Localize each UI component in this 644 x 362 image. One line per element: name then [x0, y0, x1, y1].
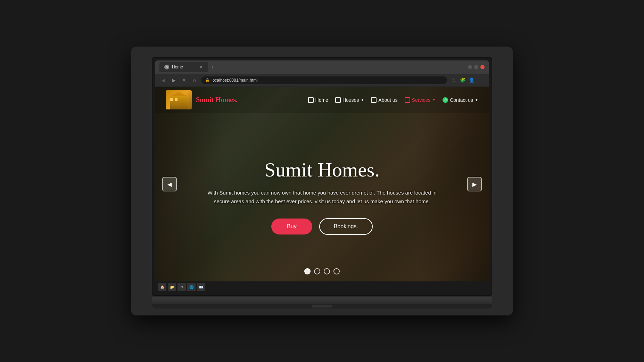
- brand-name: Sumit Homes.: [196, 96, 238, 104]
- minimize-button[interactable]: [468, 65, 472, 69]
- screen-bezel: ⊙ Home ✕ + ◀ ▶ ✕ ⌂ 🔒: [152, 57, 492, 296]
- taskbar-item-2[interactable]: 📁: [168, 283, 176, 291]
- bookings-button[interactable]: Bookings.: [319, 218, 373, 235]
- website-content: Sumit Homes. Home Houses ▼: [155, 87, 489, 281]
- secure-icon: 🔒: [205, 78, 209, 82]
- nav-about-label: About us: [378, 97, 397, 103]
- buy-button[interactable]: Buy: [271, 219, 312, 235]
- new-tab-button[interactable]: +: [208, 63, 216, 71]
- site-navbar: Sumit Homes. Home Houses ▼: [155, 87, 489, 113]
- services-nav-icon: [405, 97, 410, 103]
- browser-window: ⊙ Home ✕ + ◀ ▶ ✕ ⌂ 🔒: [155, 60, 489, 293]
- taskbar-item-4[interactable]: 🌐: [187, 283, 196, 291]
- home-nav-icon: [308, 97, 314, 103]
- logo-building: [170, 96, 188, 109]
- maximize-button[interactable]: [474, 65, 478, 69]
- right-arrow-icon: ▶: [472, 181, 477, 188]
- contact-dropdown-icon: ▼: [475, 98, 478, 102]
- carousel-dot-3[interactable]: [324, 268, 330, 274]
- hero-title: Sumit Homes.: [264, 158, 380, 181]
- browser-addressbar: ◀ ▶ ✕ ⌂ 🔒 localhost:8081/main.html ☆ 🧩 👤…: [155, 74, 489, 87]
- hero-buttons: Buy Bookings.: [271, 218, 373, 235]
- taskbar-item-3[interactable]: ⚙: [177, 283, 186, 291]
- tab-close-button[interactable]: ✕: [198, 65, 203, 69]
- address-bar[interactable]: 🔒 localhost:8081/main.html: [201, 76, 447, 84]
- carousel-dots: [304, 268, 340, 274]
- extensions-icon[interactable]: 🧩: [459, 76, 467, 84]
- taskbar-item-1[interactable]: 🏠: [158, 283, 166, 291]
- logo-window-1: [170, 98, 173, 101]
- menu-icon[interactable]: ⋮: [477, 76, 485, 84]
- browser-titlebar: ⊙ Home ✕ +: [155, 60, 489, 74]
- nav-houses-label: Houses: [342, 97, 359, 103]
- browser-tab-home[interactable]: ⊙ Home ✕: [159, 62, 208, 72]
- tab-label: Home: [172, 65, 183, 69]
- nav-houses[interactable]: Houses ▼: [335, 97, 364, 103]
- forward-button[interactable]: ▶: [170, 76, 177, 84]
- profile-icon[interactable]: 👤: [468, 76, 476, 84]
- nav-contact-label: Contact us: [450, 97, 473, 103]
- whatsapp-icon: ✆: [443, 97, 448, 103]
- taskbar: 🏠 📁 ⚙ 🌐 📧: [155, 281, 489, 293]
- tab-favicon: ⊙: [164, 65, 169, 69]
- carousel-dot-2[interactable]: [314, 268, 320, 274]
- laptop-bottom: [152, 304, 492, 308]
- nav-contact[interactable]: ✆ Contact us ▼: [443, 97, 478, 103]
- nav-services[interactable]: Services ▼: [405, 97, 436, 103]
- back-button[interactable]: ◀: [159, 76, 167, 84]
- site-logo: [166, 90, 192, 109]
- logo-window-2: [175, 98, 177, 101]
- hero-subtitle: With Sumit homes you can now own that ho…: [204, 188, 440, 206]
- reload-button[interactable]: ✕: [180, 76, 188, 84]
- laptop-base: [152, 297, 492, 304]
- nav-home[interactable]: Home: [308, 97, 328, 103]
- houses-nav-icon: [335, 97, 341, 103]
- hero-content: Sumit Homes. With Sumit homes you can no…: [155, 113, 489, 280]
- nav-home-label: Home: [315, 97, 328, 103]
- carousel-right-arrow[interactable]: ▶: [467, 177, 482, 191]
- carousel-dot-1[interactable]: [304, 268, 311, 274]
- taskbar-item-5[interactable]: 📧: [197, 283, 205, 291]
- toolbar-icons: ☆ 🧩 👤 ⋮: [450, 76, 485, 84]
- nav-about[interactable]: About us: [371, 97, 397, 103]
- nav-links: Home Houses ▼ About us: [308, 97, 478, 103]
- logo-windows: [170, 98, 177, 101]
- about-nav-icon: [371, 97, 377, 103]
- carousel-dot-4[interactable]: [333, 268, 340, 274]
- laptop-shell: ⊙ Home ✕ + ◀ ▶ ✕ ⌂ 🔒: [131, 47, 513, 315]
- home-button[interactable]: ⌂: [191, 76, 198, 84]
- left-arrow-icon: ◀: [167, 181, 172, 188]
- address-text: localhost:8081/main.html: [212, 78, 258, 83]
- window-controls: [468, 65, 485, 69]
- close-button[interactable]: [480, 65, 485, 69]
- bookmark-icon[interactable]: ☆: [450, 76, 457, 84]
- houses-dropdown-icon: ▼: [361, 98, 364, 102]
- nav-services-label: Services: [412, 97, 431, 103]
- carousel-left-arrow[interactable]: ◀: [162, 177, 177, 191]
- services-dropdown-icon: ▼: [432, 98, 436, 102]
- tab-bar: ⊙ Home ✕ +: [159, 62, 465, 72]
- laptop-notch: [312, 305, 332, 307]
